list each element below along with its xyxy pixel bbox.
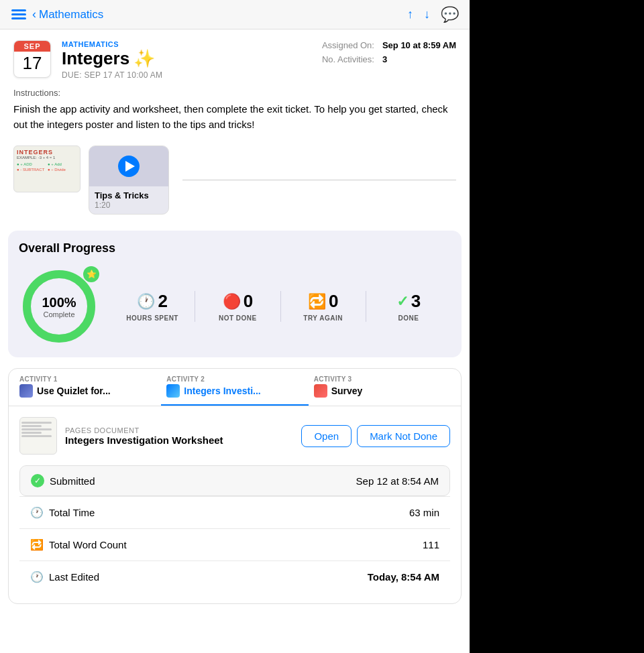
stat-try-again: 🔁 0 TRY AGAIN	[281, 291, 366, 322]
play-triangle-icon	[125, 161, 135, 172]
assigned-on-value: Sep 10 at 8:59 AM	[382, 40, 456, 50]
not-done-number: 0	[244, 291, 253, 312]
tab-activity-2[interactable]: ACTIVITY 2 Integers Investi...	[161, 369, 308, 406]
poster-subtitle: EXAMPLE: -3 + 4 = 1	[17, 156, 77, 160]
quizlet-icon	[19, 384, 33, 398]
tips-tricks-video[interactable]: Tips & Tricks 1:20	[89, 145, 169, 215]
doc-type: PAGES DOCUMENT	[65, 426, 293, 434]
integers-poster[interactable]: INTEGERS EXAMPLE: -3 + 4 = 1 ● + ADD ● +…	[13, 145, 80, 192]
donut-chart: 100% Complete ⭐	[19, 266, 99, 347]
last-edited-left: 🕐 Last Edited	[30, 571, 99, 583]
word-count-label: Total Word Count	[49, 539, 127, 550]
star-badge: ⭐	[83, 266, 99, 282]
word-count-left: 🔁 Total Word Count	[30, 538, 127, 551]
sidebar-toggle-button[interactable]	[11, 7, 27, 23]
doc-title: Integers Investigation Worksheet	[65, 434, 293, 446]
nav-left: ‹ Mathematics	[11, 7, 103, 23]
try-again-number: 0	[329, 291, 338, 312]
done-number: 3	[411, 291, 421, 312]
total-time-value: 63 min	[409, 507, 439, 518]
poster-cell-1: ● + ADD	[17, 162, 46, 166]
tab-1-num: ACTIVITY 1	[19, 375, 156, 383]
tab-3-icon-row: Survey	[314, 384, 450, 398]
back-label: Mathematics	[39, 8, 103, 21]
check-circle-icon: ✓	[31, 474, 44, 487]
document-thumbnail	[19, 417, 57, 455]
stat-hours-spent: 🕐 2 HOURS SPENT	[110, 291, 195, 322]
hours-spent-label: HOURS SPENT	[126, 314, 178, 322]
assignment-left: SEP 17 MATHEMATICS Integers ✨ DUE: SEP 1…	[13, 40, 162, 80]
video-duration: 1:20	[95, 200, 163, 210]
doc-thumb-lines	[21, 422, 55, 437]
assignment-title: Integers ✨	[62, 48, 162, 69]
due-date: DUE: SEP 17 AT 10:00 AM	[62, 70, 162, 80]
not-done-label: NOT DONE	[219, 314, 257, 322]
time-icon: 🕐	[30, 506, 44, 519]
total-time-row: 🕐 Total Time 63 min	[19, 496, 450, 528]
clock-icon: 🕐	[137, 293, 155, 310]
attachment-divider	[182, 180, 456, 180]
activity-content: PAGES DOCUMENT Integers Investigation Wo…	[9, 406, 461, 603]
doc-actions: Open Mark Not Done	[301, 425, 450, 447]
comment-icon[interactable]: 💬	[441, 6, 459, 23]
poster-cell-2: ● + Add	[48, 162, 77, 166]
assignment-right: Assigned On: Sep 10 at 8:59 AM No. Activ…	[322, 40, 456, 68]
total-word-count-row: 🔁 Total Word Count 111	[19, 528, 450, 560]
video-title: Tips & Tricks	[95, 190, 163, 200]
svg-rect-1	[11, 13, 26, 15]
done-icon: ✓	[396, 293, 409, 310]
video-thumbnail	[89, 146, 168, 186]
instructions-label: Instructions:	[13, 88, 456, 98]
try-again-label: TRY AGAIN	[303, 314, 343, 322]
mark-not-done-button[interactable]: Mark Not Done	[357, 425, 450, 447]
last-edited-row: 🕐 Last Edited Today, 8:54 AM	[19, 560, 450, 593]
survey-icon	[314, 384, 327, 398]
progress-content: 100% Complete ⭐ 🕐 2 HOURS SPENT 🔴 0	[19, 266, 451, 347]
attachments-section: INTEGERS EXAMPLE: -3 + 4 = 1 ● + ADD ● +…	[0, 140, 470, 225]
assignment-title-text: Integers	[62, 48, 129, 69]
doc-line-3	[21, 428, 52, 430]
down-arrow-icon[interactable]: ↓	[424, 7, 430, 21]
tab-1-title: Use Quizlet for...	[37, 385, 111, 396]
svg-rect-0	[11, 9, 26, 11]
done-label: DONE	[398, 314, 419, 322]
tab-activity-3[interactable]: ACTIVITY 3 Survey	[309, 369, 455, 406]
assignment-header: SEP 17 MATHEMATICS Integers ✨ DUE: SEP 1…	[0, 29, 470, 88]
no-activities-value: 3	[382, 54, 387, 64]
not-done-value: 🔴 0	[223, 291, 253, 312]
calendar-day: 17	[14, 52, 50, 74]
not-done-icon: 🔴	[223, 293, 241, 310]
try-again-icon: 🔁	[308, 293, 326, 310]
submitted-label: Submitted	[50, 475, 95, 487]
tab-activity-1[interactable]: ACTIVITY 1 Use Quizlet for...	[14, 369, 161, 406]
doc-line-5	[21, 435, 52, 437]
donut-center: 100% Complete	[42, 295, 76, 318]
donut-label: Complete	[42, 310, 76, 318]
svg-rect-2	[11, 17, 26, 19]
word-count-icon: 🔁	[30, 538, 44, 551]
submitted-left: ✓ Submitted	[31, 474, 95, 487]
assignment-info: MATHEMATICS Integers ✨ DUE: SEP 17 AT 10…	[62, 40, 162, 80]
open-button[interactable]: Open	[301, 425, 352, 447]
assigned-on-label: Assigned On:	[322, 40, 374, 50]
up-arrow-icon[interactable]: ↑	[407, 7, 413, 21]
instructions-text: Finish the app activity and worksheet, t…	[13, 102, 456, 132]
play-button[interactable]	[118, 156, 140, 177]
total-time-label: Total Time	[49, 507, 95, 518]
nav-right: ↑ ↓ 💬	[407, 6, 459, 23]
total-time-left: 🕐 Total Time	[30, 506, 95, 519]
back-button[interactable]: ‹ Mathematics	[32, 7, 103, 21]
calendar-month: SEP	[14, 41, 50, 52]
assignment-title-emoji: ✨	[133, 48, 155, 69]
poster-cell-4: ● ÷ Divide	[48, 168, 77, 172]
assigned-on-row: Assigned On: Sep 10 at 8:59 AM	[322, 40, 456, 50]
no-activities-label: No. Activities:	[322, 54, 374, 64]
subject-label: MATHEMATICS	[62, 40, 162, 48]
tab-3-num: ACTIVITY 3	[314, 375, 450, 383]
doc-line-1	[21, 422, 52, 424]
tab-2-num: ACTIVITY 2	[166, 375, 303, 383]
detail-rows: 🕐 Total Time 63 min 🔁 Total Word Count 1…	[19, 496, 450, 593]
no-activities-row: No. Activities: 3	[322, 54, 456, 64]
hours-spent-number: 2	[158, 291, 167, 312]
video-info: Tips & Tricks 1:20	[89, 186, 168, 214]
